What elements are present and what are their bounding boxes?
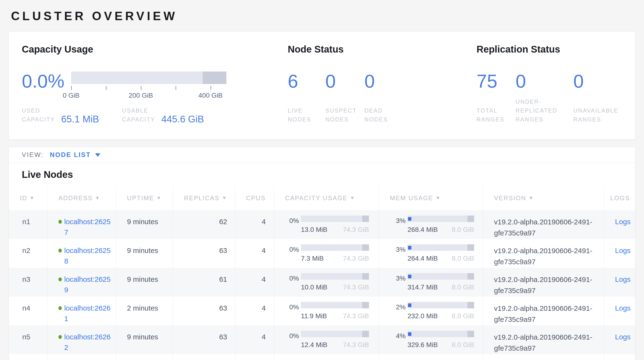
logs-link[interactable]: Logs [615, 218, 630, 226]
column-header-label: LOGS [610, 195, 630, 202]
logs-cell: Logs [604, 297, 635, 325]
capacity-total-value: 74.3 GiB [343, 311, 369, 321]
sort-arrow-icon: ▼ [156, 195, 162, 201]
live-nodes-panel: VIEW: NODE LIST Live Nodes ID▼ ADDRESS▼ … [8, 147, 636, 360]
mem-percent: 3% [393, 244, 406, 268]
live-status-dot-icon [58, 306, 62, 310]
replicas-cell: 62 [173, 210, 236, 239]
column-header-label: CPUS [246, 195, 266, 202]
mem-bar [408, 302, 474, 308]
suspect-nodes-label: SUSPECT NODES [325, 106, 364, 124]
unavailable-ranges-count: 0 [573, 72, 618, 91]
uptime-cell: 9 minutes [116, 325, 173, 354]
usable-capacity-value: 445.6 GiB [161, 114, 204, 125]
column-header-label: ADDRESS [58, 195, 93, 202]
column-header-id[interactable]: ID▼ [9, 186, 48, 210]
node-address-cell: localhost:26258 [48, 239, 116, 268]
column-header-label: REPLICAS [184, 195, 220, 202]
capacity-bar [301, 244, 369, 251]
logs-link[interactable]: Logs [615, 275, 630, 283]
usable-capacity-stat: USABLE CAPACITY 445.6 GiB [122, 106, 204, 124]
cpus-cell: 4 [236, 325, 274, 354]
table-row: n5 localhost:26262 9 minutes 63 4 0% 12.… [9, 325, 635, 354]
mem-percent: 2% [393, 302, 406, 325]
node-address-link[interactable]: localhost:26258 [64, 245, 113, 266]
column-header-replicas[interactable]: REPLICAS▼ [173, 186, 236, 210]
mem-total-value: 8.0 GiB [452, 340, 474, 350]
capacity-total-value: 74.3 GiB [343, 282, 369, 293]
uptime-cell: 2 minutes [116, 297, 173, 325]
column-header-cpus[interactable]: CPUS [236, 186, 274, 210]
under-replicated-ranges-label: UNDER- REPLICATED RANGES [516, 97, 573, 124]
node-address-link[interactable]: localhost:26257 [64, 217, 113, 238]
replicas-cell: 61 [173, 268, 236, 297]
unavailable-ranges-stat: 0 UNAVAILABLE RANGES [573, 72, 618, 124]
mem-total-value: 8.0 GiB [452, 311, 474, 321]
column-header-label: UPTIME [127, 195, 154, 202]
mem-usage-cell: 3% 268.4 MiB8.0 GiB [379, 210, 483, 239]
capacity-bar [301, 273, 369, 280]
mem-bar [408, 331, 474, 337]
column-header-capacity-usage[interactable]: CAPACITY USAGE▼ [274, 186, 379, 210]
dead-nodes-label: DEAD NODES [364, 106, 388, 124]
view-selector-dropdown[interactable]: NODE LIST [50, 151, 100, 159]
column-header-mem-usage[interactable]: MEM USAGE▼ [379, 186, 483, 210]
unavailable-ranges-label: UNAVAILABLE RANGES [573, 106, 618, 124]
mem-bar [408, 216, 474, 222]
sort-arrow-icon: ▼ [529, 195, 534, 201]
logs-link[interactable]: Logs [615, 304, 630, 312]
node-id-cell: n2 [9, 239, 48, 268]
node-address-link[interactable]: localhost:26261 [64, 303, 113, 324]
column-header-address[interactable]: ADDRESS▼ [48, 186, 116, 210]
column-header-version[interactable]: VERSION▼ [483, 186, 604, 210]
axis-tick-label: 0 GiB [63, 92, 80, 99]
mem-used-value: 268.4 MiB [408, 224, 438, 235]
replicas-cell: 63 [173, 297, 236, 325]
mem-used-value: 264.4 MiB [408, 253, 438, 264]
live-status-dot-icon [58, 335, 62, 339]
replication-status-heading: Replication Status [476, 44, 622, 55]
live-nodes-count: 6 [288, 72, 325, 91]
capacity-used-value: 13.0 MiB [301, 224, 328, 235]
capacity-percent: 0% [286, 302, 299, 325]
dead-nodes-count: 0 [364, 72, 388, 91]
node-status-heading: Node Status [288, 44, 476, 55]
mem-usage-cell: 3% 264.4 MiB8.0 GiB [379, 239, 483, 268]
node-address-cell: localhost:26261 [48, 297, 116, 325]
mem-percent: 3% [393, 216, 406, 239]
version-cell: v19.2.0-alpha.20190606-2491-gfe735c9a97 [483, 325, 604, 354]
node-address-cell: localhost:26262 [48, 325, 116, 354]
chevron-down-icon [95, 153, 100, 157]
node-address-link[interactable]: localhost:26259 [64, 274, 113, 295]
table-header-row: ID▼ ADDRESS▼ UPTIME▼ REPLICAS▼ CPUS CAPA… [9, 186, 635, 210]
column-header-uptime[interactable]: UPTIME▼ [116, 186, 173, 210]
live-nodes-heading: Live Nodes [9, 163, 635, 186]
cpus-cell: 4 [236, 297, 274, 325]
column-header-label: MEM USAGE [390, 195, 433, 202]
page-title: CLUSTER OVERVIEW [11, 9, 644, 23]
logs-link[interactable]: Logs [615, 247, 630, 254]
table-row: n2 localhost:26258 9 minutes 63 4 0% 7.3… [9, 239, 635, 268]
capacity-usage-section: Capacity Usage 0.0% 0 GiB 20 [22, 44, 288, 129]
table-row: n1 localhost:26257 9 minutes 62 4 0% 13.… [9, 210, 635, 239]
capacity-percent: 0% [286, 273, 299, 297]
column-header-label: VERSION [494, 195, 526, 202]
usable-capacity-label: USABLE CAPACITY [122, 106, 155, 124]
column-header-label: ID [20, 195, 27, 202]
capacity-percent: 0% [286, 331, 299, 354]
node-address-link[interactable]: localhost:26262 [64, 332, 113, 353]
capacity-used-value: 11.9 MiB [301, 311, 327, 321]
capacity-used-value: 7.3 MiB [301, 253, 324, 264]
replication-status-section: Replication Status 75 TOTAL RANGES 0 UND… [476, 44, 622, 129]
version-cell: v19.2.0-alpha.20190606-2491-gfe735c9a97 [483, 210, 604, 239]
cluster-summary-panel: Capacity Usage 0.0% 0 GiB 20 [8, 31, 636, 140]
cpus-cell: 4 [236, 239, 274, 268]
capacity-bar [301, 331, 369, 337]
capacity-percent: 0% [286, 244, 299, 268]
capacity-total-value: 74.3 GiB [343, 224, 369, 235]
logs-cell: Logs [604, 325, 635, 354]
logs-link[interactable]: Logs [615, 333, 630, 341]
live-status-dot-icon [58, 249, 62, 253]
node-id-cell: n4 [9, 297, 48, 325]
node-id-cell: n1 [9, 210, 48, 239]
